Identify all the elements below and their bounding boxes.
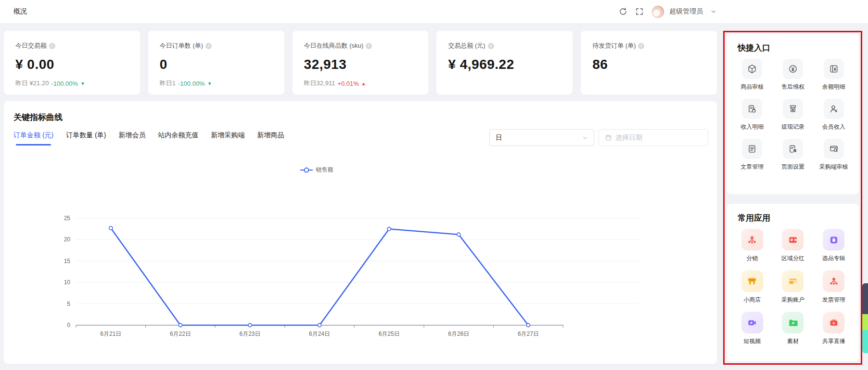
app-item-3[interactable]: 选品专辑 bbox=[813, 229, 854, 263]
app-item-6[interactable]: 发票管理 bbox=[813, 270, 854, 304]
item-label: 文章管理 bbox=[740, 163, 764, 171]
quick-item-7[interactable]: 文章管理 bbox=[732, 139, 773, 171]
item-label: 余额明细 bbox=[822, 83, 845, 91]
app-item-9[interactable]: 共享直播 bbox=[813, 312, 854, 345]
stat-value: 86 bbox=[592, 57, 705, 72]
item-label: 收入明细 bbox=[740, 123, 764, 131]
quick-item-1[interactable]: 商品审核 bbox=[732, 59, 773, 91]
svg-text:25: 25 bbox=[64, 215, 71, 222]
item-label: 商品审核 bbox=[740, 83, 764, 91]
svg-text:6月22日: 6月22日 bbox=[170, 330, 191, 337]
chevron-down-icon bbox=[582, 135, 588, 141]
legend-label: 销售额 bbox=[316, 166, 333, 174]
page-title: 概况 bbox=[13, 7, 27, 16]
item-label: 共享直播 bbox=[822, 337, 845, 345]
item-label: 分销 bbox=[746, 254, 758, 263]
svg-text:15: 15 bbox=[64, 258, 71, 264]
widget-segment-green bbox=[862, 314, 868, 330]
quick-item-8[interactable]: 页面设置 bbox=[773, 139, 814, 171]
stat-label: 待发货订单 (单)! bbox=[592, 41, 705, 50]
member-yuan-icon bbox=[824, 99, 844, 119]
quick-entry-title: 快捷入口 bbox=[738, 42, 770, 53]
trend-arrow-icon: ▲ bbox=[361, 81, 366, 86]
key-metrics-card: 关键指标曲线 订单金额 (元)订单数量 (单)新增会员站内余额充值新增采购端新增… bbox=[4, 101, 717, 364]
stat-yesterday: 昨日32,911+0.01%▲ bbox=[304, 79, 366, 88]
floating-side-widget[interactable] bbox=[862, 283, 868, 353]
share-network-icon bbox=[741, 229, 763, 251]
svg-text:5: 5 bbox=[67, 301, 70, 307]
app-item-5[interactable]: 采购账户 bbox=[773, 270, 814, 304]
trend-arrow-icon: ▼ bbox=[207, 81, 212, 86]
stat-card: 待发货订单 (单)!86 bbox=[581, 31, 717, 94]
info-icon[interactable]: ! bbox=[205, 43, 212, 49]
tab-2[interactable]: 订单数量 (单) bbox=[66, 131, 106, 145]
stat-delta: +0.01% bbox=[337, 80, 358, 87]
quick-item-3[interactable]: 余额明细 bbox=[813, 59, 854, 91]
period-select-value: 日 bbox=[496, 133, 502, 142]
date-placeholder: 选择日期 bbox=[615, 133, 642, 142]
item-label: 采购端审核 bbox=[819, 163, 848, 171]
quick-item-4[interactable]: 收入明细 bbox=[732, 99, 773, 131]
yuan-refresh-icon bbox=[783, 59, 803, 79]
shopping-bag-icon bbox=[823, 229, 844, 251]
app-item-8[interactable]: 素材 bbox=[773, 312, 814, 345]
quick-item-5[interactable]: 提现记录 bbox=[773, 99, 814, 131]
tab-3[interactable]: 新增会员 bbox=[118, 131, 145, 145]
invoice-network-icon bbox=[823, 270, 844, 292]
info-icon[interactable]: ! bbox=[488, 43, 494, 49]
info-icon[interactable]: ! bbox=[638, 43, 644, 49]
trend-arrow-icon: ▼ bbox=[80, 81, 85, 86]
quick-item-9[interactable]: 采购端审核 bbox=[813, 139, 854, 171]
item-label: 售后维权 bbox=[781, 83, 804, 91]
card-search-icon bbox=[824, 139, 844, 159]
date-picker-input[interactable]: 选择日期 bbox=[599, 129, 708, 146]
info-icon[interactable]: ! bbox=[49, 43, 55, 49]
quick-entry-grid: 商品审核售后维权余额明细收入明细提现记录会员收入文章管理页面设置采购端审核 bbox=[732, 59, 854, 171]
header-actions: 超级管理员 bbox=[619, 0, 716, 23]
svg-text:6月24日: 6月24日 bbox=[309, 330, 330, 337]
app-item-4[interactable]: 小商店 bbox=[732, 270, 773, 304]
refresh-icon[interactable] bbox=[619, 7, 627, 16]
stat-delta: -100.00% bbox=[51, 80, 78, 87]
page-gear-icon bbox=[783, 139, 803, 159]
widget-segment-cyan bbox=[862, 330, 868, 353]
storefront-icon bbox=[741, 270, 763, 292]
svg-text:0: 0 bbox=[67, 322, 70, 329]
app-item-2[interactable]: 区域分红 bbox=[773, 229, 814, 263]
tab-6[interactable]: 新增商品 bbox=[257, 131, 284, 145]
info-icon[interactable]: ! bbox=[366, 43, 372, 49]
svg-text:6月26日: 6月26日 bbox=[448, 330, 469, 337]
tab-1[interactable]: 订单金额 (元) bbox=[13, 131, 53, 145]
item-label: 小商店 bbox=[743, 296, 761, 304]
top-header: 概况 超级管理员 bbox=[0, 0, 868, 23]
svg-text:6月25日: 6月25日 bbox=[379, 330, 400, 337]
stats-row: 今日交易额!¥ 0.00昨日 ¥21.20-100.00%▼今日订单数 (单)!… bbox=[4, 31, 717, 94]
stat-yesterday: 昨日1-100.00%▼ bbox=[160, 79, 212, 88]
period-select[interactable]: 日 bbox=[489, 129, 594, 146]
app-item-1[interactable]: 分销 bbox=[732, 229, 773, 263]
item-label: 页面设置 bbox=[781, 163, 804, 171]
fullscreen-icon[interactable] bbox=[635, 7, 644, 16]
svg-text:20: 20 bbox=[64, 236, 71, 243]
stat-value: 0 bbox=[160, 57, 273, 72]
card-cart-icon bbox=[782, 270, 804, 292]
quick-item-6[interactable]: 会员收入 bbox=[813, 99, 854, 131]
legend-item-sales[interactable]: 销售额 bbox=[300, 166, 333, 174]
line-chart-canvas[interactable]: 05101520256月21日6月22日6月23日6月24日6月25日6月26日… bbox=[4, 178, 717, 347]
wallet-pin-icon bbox=[782, 229, 804, 251]
svg-text:6月23日: 6月23日 bbox=[239, 330, 260, 337]
avatar[interactable] bbox=[651, 5, 664, 18]
cube-icon bbox=[742, 59, 762, 79]
common-apps-grid: 分销区域分红选品专辑小商店采购账户发票管理短视频素材共享直播 bbox=[732, 229, 854, 345]
income-doc-icon bbox=[742, 99, 762, 119]
quick-item-2[interactable]: 售后维权 bbox=[773, 59, 814, 91]
chevron-down-icon[interactable] bbox=[711, 9, 716, 14]
app-item-7[interactable]: 短视频 bbox=[732, 312, 773, 345]
stat-label: 今日交易额! bbox=[15, 41, 128, 50]
stat-value: ¥ 0.00 bbox=[15, 57, 128, 72]
user-name[interactable]: 超级管理员 bbox=[669, 7, 703, 16]
tab-5[interactable]: 新增采购端 bbox=[211, 131, 244, 145]
item-label: 选品专辑 bbox=[822, 254, 845, 263]
common-apps-title: 常用应用 bbox=[738, 212, 770, 224]
tab-4[interactable]: 站内余额充值 bbox=[158, 131, 198, 145]
